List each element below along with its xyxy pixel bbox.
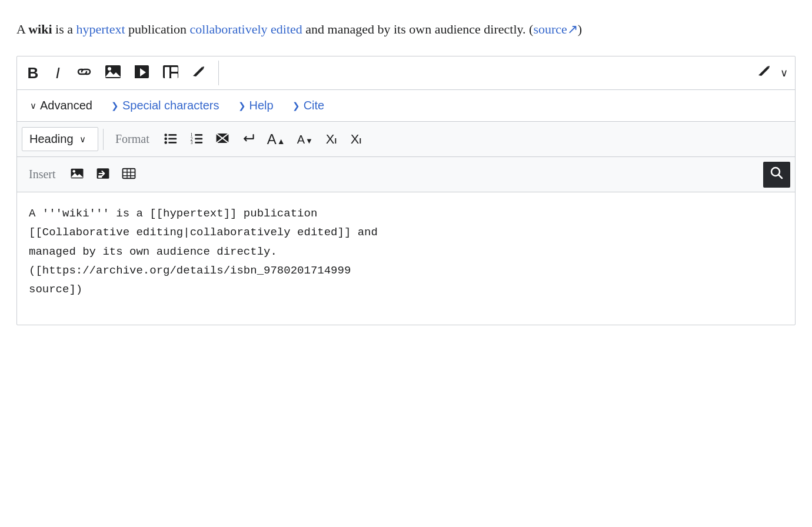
- bullet-list-icon: [164, 131, 178, 148]
- svg-rect-21: [195, 142, 202, 144]
- insert-table-icon: [122, 166, 136, 183]
- svg-rect-15: [168, 142, 177, 144]
- italic-icon: I: [55, 65, 59, 81]
- svg-rect-9: [171, 74, 178, 78]
- pencil-right-icon: [757, 64, 772, 82]
- image-icon: [104, 64, 122, 82]
- toolbar-row4: Insert: [17, 157, 795, 192]
- svg-rect-17: [195, 134, 202, 136]
- heading-select[interactable]: Heading ∨: [22, 127, 98, 151]
- template-icon: [162, 64, 179, 82]
- code-editor[interactable]: [17, 192, 795, 322]
- svg-point-1: [108, 67, 111, 71]
- svg-rect-8: [171, 67, 178, 72]
- bold-button[interactable]: B: [22, 62, 44, 84]
- newline-button[interactable]: [237, 128, 260, 151]
- no-wiki-button[interactable]: [211, 128, 234, 151]
- edit-pencil-button[interactable]: [187, 61, 211, 85]
- superscript-button[interactable]: XI: [320, 128, 342, 151]
- media-icon: [134, 64, 150, 82]
- svg-rect-29: [98, 175, 102, 178]
- special-chars-arrow-icon: ❯: [111, 101, 119, 111]
- insert-image-icon: [70, 166, 84, 183]
- bullet-list-button[interactable]: [159, 128, 182, 151]
- search-button[interactable]: [763, 162, 790, 188]
- svg-rect-30: [122, 168, 135, 178]
- svg-rect-5: [135, 65, 138, 78]
- special-chars-label: Special characters: [122, 99, 219, 112]
- help-label: Help: [249, 99, 274, 112]
- numbered-list-button[interactable]: 1 2 3: [185, 128, 208, 151]
- editor-wrapper: B I: [16, 56, 796, 325]
- svg-rect-19: [195, 138, 202, 139]
- numbered-list-icon: 1 2 3: [189, 131, 204, 148]
- insert-arrow-icon: [96, 166, 110, 183]
- svg-point-26: [72, 170, 75, 173]
- bold-icon: B: [28, 65, 39, 81]
- help-menu[interactable]: ❯ Help: [230, 93, 282, 118]
- toolbar-row1: B I: [17, 56, 795, 90]
- insert-label: Insert: [22, 163, 63, 186]
- advanced-menu[interactable]: ∨ Advanced: [22, 93, 101, 118]
- insert-arrow-button[interactable]: [91, 163, 115, 186]
- format-label: Format: [108, 128, 157, 151]
- preview-text: A wiki is a hypertext publication collab…: [16, 19, 796, 39]
- help-arrow-icon: ❯: [238, 101, 246, 111]
- subscript-button[interactable]: XI: [345, 128, 367, 151]
- increase-size-button[interactable]: A▲: [262, 128, 290, 151]
- toolbar-row3: Heading ∨ Format 1: [17, 122, 795, 157]
- svg-line-36: [778, 175, 782, 178]
- decrease-size-icon: A▼: [297, 134, 313, 145]
- toolbar-right-group: ∨: [752, 60, 790, 86]
- hypertext-link[interactable]: hypertext: [76, 22, 125, 36]
- advanced-label: Advanced: [40, 99, 92, 112]
- svg-rect-11: [168, 134, 177, 136]
- cite-label: Cite: [304, 99, 325, 112]
- increase-size-icon: A▲: [267, 132, 285, 146]
- pencil-right-button[interactable]: [752, 60, 777, 86]
- insert-table-button[interactable]: [117, 163, 141, 186]
- toolbar-group1: B I: [22, 61, 219, 85]
- special-chars-menu[interactable]: ❯ Special characters: [103, 93, 228, 118]
- template-button[interactable]: [157, 61, 184, 85]
- pencil-icon: [191, 64, 207, 82]
- format-divider: [103, 129, 104, 150]
- insert-image-button[interactable]: [65, 163, 89, 186]
- superscript-icon: XI: [326, 133, 337, 146]
- search-icon: [770, 166, 783, 183]
- link-button[interactable]: [71, 62, 97, 84]
- link-icon: [76, 66, 92, 80]
- subscript-icon: XI: [351, 133, 361, 146]
- chevron-down-button[interactable]: ∨: [778, 62, 790, 84]
- no-wiki-icon: [215, 131, 229, 148]
- svg-text:3: 3: [191, 140, 193, 145]
- advanced-chevron-icon: ∨: [30, 101, 36, 111]
- svg-rect-7: [165, 67, 169, 78]
- svg-point-10: [164, 134, 167, 136]
- svg-rect-13: [168, 138, 177, 139]
- newline-icon: [241, 131, 255, 148]
- svg-point-14: [164, 141, 167, 144]
- italic-button[interactable]: I: [46, 62, 69, 84]
- heading-label: Heading: [29, 132, 74, 146]
- svg-point-12: [164, 137, 167, 140]
- bold-wiki: wiki: [28, 22, 52, 36]
- media-button[interactable]: [129, 61, 155, 85]
- collaboratively-edited-link[interactable]: collaboratively edited: [190, 22, 302, 36]
- toolbar-row2: ∨ Advanced ❯ Special characters ❯ Help ❯…: [17, 90, 795, 122]
- chevron-down-icon: ∨: [780, 66, 788, 79]
- source-link[interactable]: source↗: [533, 22, 577, 36]
- decrease-size-button[interactable]: A▼: [292, 128, 318, 151]
- cite-arrow-icon: ❯: [292, 101, 300, 111]
- heading-chevron-icon: ∨: [79, 134, 86, 145]
- image-button[interactable]: [99, 61, 127, 85]
- cite-menu[interactable]: ❯ Cite: [284, 93, 333, 118]
